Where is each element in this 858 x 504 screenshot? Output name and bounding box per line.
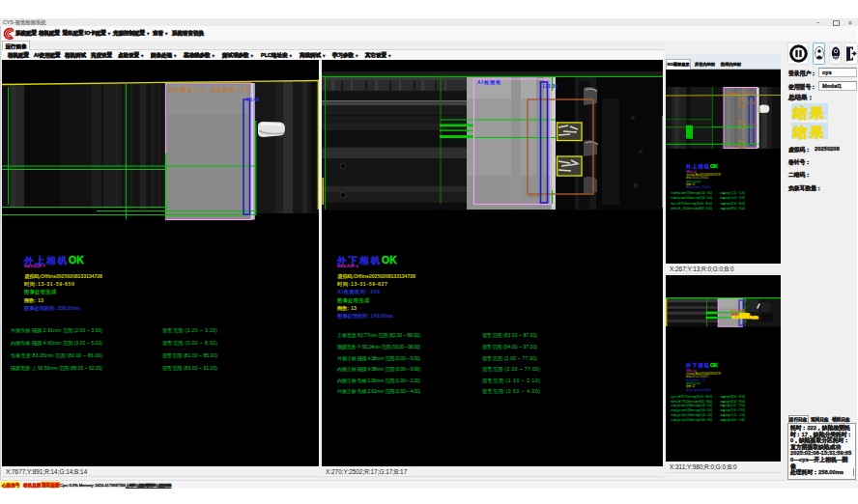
svg-text:内侧正极-隔膜:4.38mm 范围:(0.00 ~ 9.00: 内侧正极-隔膜:4.38mm 范围:(0.00 ~ 9.00) xyxy=(337,366,420,373)
svg-text:报警范围:(94.00 ~ 97.00): 报警范围:(94.00 ~ 97.00) xyxy=(482,344,537,350)
svg-text:报警范围:(89.00 ~ 91.00): 报警范围:(89.00 ~ 91.00) xyxy=(162,365,217,372)
svg-text:报警范围:(2.00 ~ 77.00): 报警范围:(2.00 ~ 77.00) xyxy=(720,408,745,412)
svg-text:报警范围:(0.60 ~ 4.00): 报警范围:(0.60 ~ 4.00) xyxy=(482,388,540,395)
svg-text:正极宽度:83.77mm 范围:(82.00 ~ 88.00: 正极宽度:83.77mm 范围:(82.00 ~ 88.00) xyxy=(337,332,420,339)
svg-text:隔膜宽度-上:90.56mm 范围:(88.00 ~ 92.: 隔膜宽度-上:90.56mm 范围:(88.00 ~ 92.00) xyxy=(671,207,712,210)
svg-text:报警范围:(2.20 ~ 3.20): 报警范围:(2.20 ~ 3.20) xyxy=(162,327,217,334)
svg-text:AI检测框: AI检测框 xyxy=(477,79,500,86)
svg-text:外侧负极-隔膜:2.91mm 范围:(2.00 ~ 3.50: 外侧负极-隔膜:2.91mm 范围:(2.00 ~ 3.50) xyxy=(11,327,102,334)
svg-text:负极宽度:83.05mm 范围:(80.00 ~ 86.00: 负极宽度:83.05mm 范围:(80.00 ~ 86.00) xyxy=(11,352,102,359)
svg-text:图像处理耗时: 258.00ms: 图像处理耗时: 258.00ms xyxy=(24,305,80,312)
svg-text:43.4成功: 43.4成功 xyxy=(529,193,544,198)
svg-text:12.48成: 12.48成 xyxy=(747,101,758,105)
svg-text:MES允许:T: MES允许:T xyxy=(24,264,45,268)
svg-text:报警范围:(83.00 ~ 87.00): 报警范围:(83.00 ~ 87.00) xyxy=(720,395,745,399)
svg-text:图像处理完成: 图像处理完成 xyxy=(24,289,57,295)
svg-text:报警范围:(1.10 ~ 2.10): 报警范围:(1.10 ~ 2.10) xyxy=(720,413,745,417)
svg-text:外侧正极-负极:2.61mm 范围:(0.60 ~ 4.00: 外侧正极-负极:2.61mm 范围:(0.60 ~ 4.00) xyxy=(337,388,420,395)
svg-text:正极宽度:83.77mm 范围:(82.00 ~ 88.00: 正极宽度:83.77mm 范围:(82.00 ~ 88.00) xyxy=(671,395,712,399)
svg-text:圈数: 13: 圈数: 13 xyxy=(337,305,357,312)
svg-text:内侧负极-隔膜:4.60mm 范围:(3.00 ~ 6.00: 内侧负极-隔膜:4.60mm 范围:(3.00 ~ 6.00) xyxy=(671,196,712,200)
svg-text:图像处理耗时: 258.00ms: 图像处理耗时: 258.00ms xyxy=(686,185,712,189)
svg-text:报警范围:(89.00 ~ 91.00): 报警范围:(89.00 ~ 91.00) xyxy=(720,207,745,210)
svg-text:报警范围:(81.00 ~ 85.00): 报警范围:(81.00 ~ 85.00) xyxy=(720,202,745,206)
svg-text:负极宽度:83.05mm 范围:(80.00 ~ 86.00: 负极宽度:83.05mm 范围:(80.00 ~ 86.00) xyxy=(671,202,712,206)
svg-text:圈数: 13: 圈数: 13 xyxy=(24,297,43,304)
svg-text:图像处理完成: 图像处理完成 xyxy=(337,297,370,304)
svg-text:虚拟码:Offline20250208133134728: 虚拟码:Offline20250208133134728 xyxy=(24,273,102,280)
svg-text:外侧正极-隔膜:4.38mm 范围:(0.00 ~ 9.00: 外侧正极-隔膜:4.38mm 范围:(0.00 ~ 9.00) xyxy=(337,355,420,362)
svg-text:外侧正极-隔膜:4.38mm 范围:(0.00 ~ 9.00: 外侧正极-隔膜:4.38mm 范围:(0.00 ~ 9.00) xyxy=(671,404,712,407)
svg-text:外侧负极-隔膜:2.91mm 范围:(2.00 ~ 3.50: 外侧负极-隔膜:2.91mm 范围:(2.00 ~ 3.50) xyxy=(671,191,712,195)
svg-text:灰阶阈值:93,动态:100: 灰阶阈值:93,动态:100 xyxy=(725,92,753,96)
svg-text:内侧正极-隔膜:4.38mm 范围:(0.00 ~ 9.00: 内侧正极-隔膜:4.38mm 范围:(0.00 ~ 9.00) xyxy=(671,408,712,412)
svg-text:报警范围:(81.00 ~ 85.00): 报警范围:(81.00 ~ 85.00) xyxy=(162,352,217,359)
svg-text:报警范围:(2.20 ~ 3.20): 报警范围:(2.20 ~ 3.20) xyxy=(720,191,745,195)
svg-text:时间:13-31-59-650: 时间:13-31-59-650 xyxy=(24,281,74,288)
svg-text:隔膜宽度-上:90.56mm 范围:(88.00 ~ 92.: 隔膜宽度-上:90.56mm 范围:(88.00 ~ 92.00) xyxy=(11,365,102,372)
svg-text:外侧正极-负极:2.61mm 范围:(0.60 ~ 4.00: 外侧正极-负极:2.61mm 范围:(0.60 ~ 4.00) xyxy=(671,418,712,422)
svg-text:123.80: 123.80 xyxy=(542,83,558,89)
svg-text:报警范围:(2.00 ~ 77.00): 报警范围:(2.00 ~ 77.00) xyxy=(482,355,537,362)
svg-text:MES允许:0: MES允许:0 xyxy=(337,264,359,268)
svg-text:隔膜宽度-下:95.24mm 范围:(93.00 ~ 98.: 隔膜宽度-下:95.24mm 范围:(93.00 ~ 98.00) xyxy=(337,344,420,350)
svg-text:图像处理耗时: 143.00ms: 图像处理耗时: 143.00ms xyxy=(337,313,393,320)
svg-text:内侧正极-负极:1.90mm 范围:(1.00 ~ 2.20: 内侧正极-负极:1.90mm 范围:(1.00 ~ 2.20) xyxy=(671,413,712,417)
svg-text:报警范围:(2.00 ~ 77.00): 报警范围:(2.00 ~ 77.00) xyxy=(482,366,540,373)
svg-text:报警范围:(0.60 ~ 4.00): 报警范围:(0.60 ~ 4.00) xyxy=(720,418,745,422)
svg-text:内侧正极-负极:1.90mm 范围:(1.00 ~ 2.20: 内侧正极-负极:1.90mm 范围:(1.00 ~ 2.20) xyxy=(337,378,420,384)
svg-text:图像处理耗时: 143.00ms: 图像处理耗时: 143.00ms xyxy=(686,388,712,392)
svg-text:报警范围:(2.00 ~ 77.00): 报警范围:(2.00 ~ 77.00) xyxy=(720,404,745,407)
svg-text:82.4 84.7: 82.4 84.7 xyxy=(726,145,739,149)
svg-text:报警范围:(94.00 ~ 97.00): 报警范围:(94.00 ~ 97.00) xyxy=(720,400,745,404)
svg-text:AI检测耗时: 166: AI检测耗时: 166 xyxy=(337,289,380,295)
svg-text:95.24 隔膜宽度成功: 95.24 隔膜宽度成功 xyxy=(731,315,759,320)
svg-text:隔膜宽度-下:95.24mm 范围:(93.00 ~ 98.: 隔膜宽度-下:95.24mm 范围:(93.00 ~ 98.00) xyxy=(671,400,712,404)
svg-text:内侧负极-隔膜:4.60mm 范围:(3.00 ~ 6.00: 内侧负极-隔膜:4.60mm 范围:(3.00 ~ 6.00) xyxy=(11,340,102,347)
svg-text:报警范围:(83.00 ~ 87.00): 报警范围:(83.00 ~ 87.00) xyxy=(482,332,537,339)
svg-text:时间:13-31-59-627: 时间:13-31-59-627 xyxy=(337,281,387,288)
svg-text:报警范围:(0.00 ~ 8.00): 报警范围:(0.00 ~ 8.00) xyxy=(720,196,745,200)
svg-text:53.48: 53.48 xyxy=(246,97,259,102)
svg-text:虚拟码:Offline20250208133134728: 虚拟码:Offline20250208133134728 xyxy=(337,273,415,280)
svg-text:报警范围:(0.00 ~ 8.00): 报警范围:(0.00 ~ 8.00) xyxy=(162,340,217,347)
svg-text:报警范围:(1.10 ~ 2.10): 报警范围:(1.10 ~ 2.10) xyxy=(482,378,540,384)
